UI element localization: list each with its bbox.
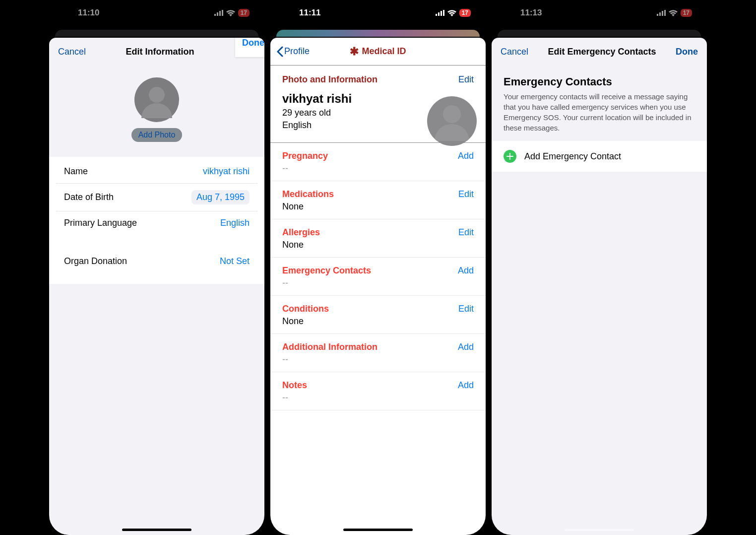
nav-bar: Cancel Edit Emergency Contacts Done xyxy=(492,38,707,66)
row-organ-donation[interactable]: Organ Donation Not Set xyxy=(56,250,257,273)
organ-donation-card: Organ Donation Not Set xyxy=(56,250,257,273)
row-dob[interactable]: Date of Birth Aug 7, 1995 xyxy=(56,184,257,211)
battery-badge: 17 xyxy=(238,9,250,17)
nav-title: Edit Information xyxy=(126,47,194,57)
svg-rect-4 xyxy=(436,14,437,16)
item-action-button[interactable]: Add xyxy=(458,151,474,161)
wifi-icon xyxy=(226,10,235,16)
item-label: Additional Information xyxy=(282,342,378,352)
row-value: Aug 7, 1995 xyxy=(191,190,250,204)
wifi-icon xyxy=(447,10,456,16)
row-name[interactable]: Name vikhyat rishi xyxy=(56,160,257,184)
plus-circle-icon xyxy=(504,150,516,163)
svg-rect-11 xyxy=(664,10,666,16)
status-right: 17 xyxy=(436,9,471,17)
row-label: Organ Donation xyxy=(64,256,127,267)
info-card: Name vikhyat rishi Date of Birth Aug 7, … xyxy=(56,160,257,235)
info-highlight: Name vikhyat rishi Date of Birth Aug 7, … xyxy=(49,157,264,284)
status-right: 17 xyxy=(657,9,692,17)
row-value: English xyxy=(220,218,250,228)
item-label: Notes xyxy=(282,380,307,391)
phone-screen-2: 11:11 17 Profile ✱ Medical ID Photo and xyxy=(270,0,486,535)
item-action-button[interactable]: Edit xyxy=(458,189,474,200)
cellular-icon xyxy=(657,10,666,16)
row-label: Date of Birth xyxy=(64,192,114,202)
medical-item: Emergency ContactsAdd-- xyxy=(270,258,486,296)
edit-information-sheet: Cancel Edit Information Done Add Photo D… xyxy=(49,38,264,535)
section-description: Your emergency contacts will receive a m… xyxy=(504,91,695,133)
svg-rect-0 xyxy=(214,14,216,16)
item-action-button[interactable]: Add xyxy=(458,380,474,391)
medical-id-icon: ✱ xyxy=(350,46,359,57)
row-value: vikhyat rishi xyxy=(203,166,250,177)
item-label: Emergency Contacts xyxy=(282,266,371,276)
home-indicator[interactable] xyxy=(122,529,191,531)
svg-rect-2 xyxy=(219,11,221,16)
item-value: -- xyxy=(282,354,474,365)
photo-information-block: Photo and Information Edit vikhyat rishi… xyxy=(270,66,486,143)
item-value: -- xyxy=(282,393,474,403)
medical-item: AllergiesEditNone xyxy=(270,219,486,258)
status-bar: 11:13 17 xyxy=(492,0,707,26)
item-label: Allergies xyxy=(282,227,320,238)
svg-rect-10 xyxy=(662,11,663,16)
medical-item: Additional InformationAdd-- xyxy=(270,334,486,372)
edit-button[interactable]: Edit xyxy=(458,74,474,85)
medical-item: ConditionsEditNone xyxy=(270,296,486,334)
status-time: 11:10 xyxy=(78,8,99,18)
sheet-underlay xyxy=(498,30,701,37)
status-right: 17 xyxy=(214,9,250,17)
item-value: None xyxy=(282,240,474,250)
emergency-contacts-sheet: Cancel Edit Emergency Contacts Done Emer… xyxy=(492,38,707,535)
status-bar: 11:11 17 xyxy=(270,0,486,26)
row-label: Primary Language xyxy=(64,218,137,228)
item-value: None xyxy=(282,316,474,327)
svg-rect-7 xyxy=(443,10,444,16)
medical-item: PregnancyAdd-- xyxy=(270,143,486,181)
phone-screen-1: 11:10 17 Cancel Edit Information Done Ad… xyxy=(49,0,264,535)
cancel-button[interactable]: Cancel xyxy=(58,47,86,57)
chevron-left-icon xyxy=(276,46,283,57)
add-photo-button[interactable]: Add Photo xyxy=(131,128,183,142)
row-language[interactable]: Primary Language English xyxy=(56,211,257,235)
status-bar: 11:10 17 xyxy=(49,0,264,26)
item-action-button[interactable]: Add xyxy=(458,266,474,276)
svg-rect-5 xyxy=(438,12,440,16)
status-time: 11:11 xyxy=(299,8,320,18)
status-time: 11:13 xyxy=(520,8,542,18)
add-contact-label: Add Emergency Contact xyxy=(524,151,621,162)
done-button[interactable]: Done xyxy=(676,47,698,57)
phone-screen-3: 11:13 17 Cancel Edit Emergency Contacts … xyxy=(492,0,707,535)
avatar-area: Add Photo xyxy=(49,66,264,157)
svg-rect-9 xyxy=(659,12,661,16)
item-label: Conditions xyxy=(282,304,329,314)
cancel-button[interactable]: Cancel xyxy=(501,47,528,57)
wifi-icon xyxy=(669,10,678,16)
item-label: Medications xyxy=(282,189,334,200)
battery-badge: 17 xyxy=(681,9,692,17)
cellular-icon xyxy=(436,10,444,16)
cellular-icon xyxy=(214,10,223,16)
svg-rect-8 xyxy=(657,14,658,16)
home-indicator[interactable] xyxy=(565,529,634,531)
add-contact-highlight: Add Emergency Contact xyxy=(492,141,707,172)
home-indicator[interactable] xyxy=(343,529,413,531)
svg-rect-1 xyxy=(217,12,218,16)
sheet-underlay xyxy=(55,30,258,37)
done-button[interactable]: Done xyxy=(242,38,264,48)
row-label: Name xyxy=(64,166,88,177)
item-value: -- xyxy=(282,163,474,174)
add-emergency-contact-button[interactable]: Add Emergency Contact xyxy=(496,143,703,170)
item-action-button[interactable]: Add xyxy=(458,342,474,352)
row-value: Not Set xyxy=(220,256,250,267)
medical-item: MedicationsEditNone xyxy=(270,181,486,219)
back-label: Profile xyxy=(284,46,310,57)
medical-item: NotesAdd-- xyxy=(270,372,486,410)
section-header: Photo and Information xyxy=(282,74,378,85)
back-button[interactable]: Profile xyxy=(276,46,310,57)
item-action-button[interactable]: Edit xyxy=(458,304,474,314)
nav-bar: Profile ✱ Medical ID xyxy=(270,38,486,66)
section-title: Emergency Contacts xyxy=(504,75,695,88)
nav-bar: Cancel Edit Information Done xyxy=(49,38,264,66)
item-action-button[interactable]: Edit xyxy=(458,227,474,238)
